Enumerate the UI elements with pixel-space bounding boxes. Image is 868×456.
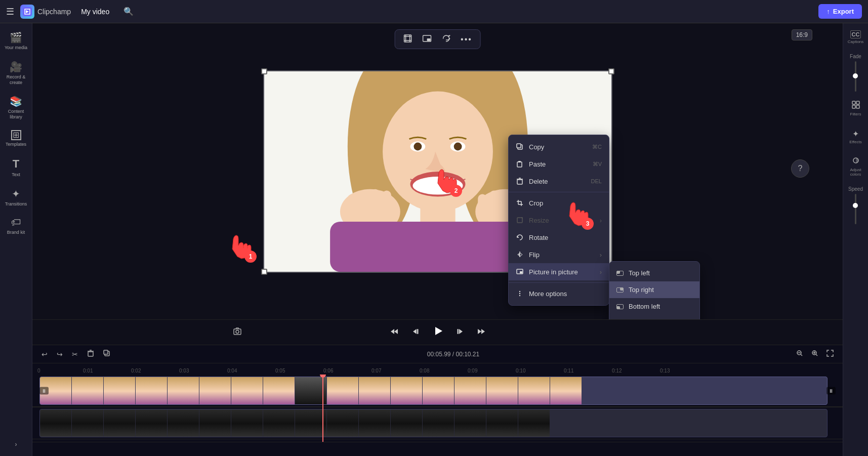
brand-kit-icon: 🏷 <box>11 217 21 228</box>
app-name: Clipchamp <box>37 8 71 16</box>
playback-controls <box>32 319 843 345</box>
context-menu-rotate[interactable]: Rotate <box>509 229 609 246</box>
sidebar-expand-btn[interactable]: › <box>11 437 21 452</box>
timeline-toolbar: ↩ ↪ ✂ 00:05.99 / 00:10.21 <box>32 345 843 363</box>
svg-rect-23 <box>347 194 356 219</box>
zoom-out-btn[interactable] <box>793 348 806 360</box>
svg-marker-55 <box>394 329 398 334</box>
svg-point-53 <box>236 330 239 333</box>
context-menu-crop[interactable]: Crop <box>509 194 609 212</box>
submenu-top-left[interactable]: Top left <box>609 265 699 281</box>
resize-handle-tr[interactable] <box>608 68 614 74</box>
templates-icon: ⊞ <box>11 130 21 140</box>
track1-end-btn[interactable]: ⏸ <box>826 387 836 394</box>
sidebar-item-record-create[interactable]: 🎥 Record &create <box>0 57 32 90</box>
resize-handle-bl[interactable] <box>261 269 267 275</box>
sidebar-item-your-media[interactable]: 🎬 Your media <box>0 27 32 55</box>
timeline-zoom-controls <box>793 348 837 360</box>
sidebar-item-content-library[interactable]: 📚 Contentlibrary <box>0 91 32 124</box>
transitions-icon: ✦ <box>12 188 20 200</box>
skip-fwd-btn[interactable] <box>474 324 489 341</box>
sidebar-item-templates[interactable]: ⊞ Templates <box>0 126 32 151</box>
context-menu-paste[interactable]: Paste ⌘V <box>509 155 609 173</box>
export-icon: ↑ <box>826 8 830 15</box>
rotate-icon <box>516 233 524 241</box>
timeline-track-1: ⏸ <box>32 375 843 407</box>
more-tool-btn[interactable]: ••• <box>457 32 476 47</box>
timeline-ruler: 0 0:01 0:02 0:03 0:04 0:05 0:06 0:07 0:0… <box>32 363 843 375</box>
context-menu-pip[interactable]: Picture in picture › Top left Top right <box>509 263 609 280</box>
context-menu-flip[interactable]: Flip › <box>509 246 609 263</box>
svg-marker-59 <box>459 329 463 334</box>
fit-btn[interactable] <box>823 348 837 360</box>
right-panel-adjust[interactable]: Adjustcolors <box>843 153 868 180</box>
pip-tool-btn[interactable] <box>418 32 435 47</box>
skip-back-btn[interactable] <box>387 324 402 341</box>
loop-tool-btn[interactable] <box>437 32 454 47</box>
hamburger-menu[interactable]: ☰ <box>6 6 14 17</box>
svg-marker-54 <box>391 329 394 334</box>
video-title-input[interactable]: My video <box>77 6 113 18</box>
cut-btn[interactable]: ✂ <box>69 348 81 360</box>
timeline-time-display: 00:05.99 / 00:10.21 <box>116 351 790 358</box>
hand-cursor-1: 1 <box>227 231 253 264</box>
right-panel-effects[interactable]: ✦ Effects <box>843 126 868 148</box>
help-button[interactable]: ? <box>791 159 809 178</box>
svg-point-48 <box>519 295 520 296</box>
more-options-icon <box>516 289 524 298</box>
play-btn[interactable] <box>429 322 446 342</box>
track1-pause-btn[interactable]: ⏸ <box>39 387 49 394</box>
playhead[interactable] <box>322 375 323 442</box>
ratio-badge[interactable]: 16:9 <box>792 29 812 40</box>
fade-slider-thumb[interactable] <box>853 73 858 78</box>
resize-handle-tl[interactable] <box>261 68 267 74</box>
speed-slider-thumb[interactable] <box>853 203 858 208</box>
fade-label: Fade <box>850 54 861 59</box>
svg-rect-63 <box>88 352 93 356</box>
submenu-bottom-right[interactable]: Bottom right <box>609 315 699 319</box>
sidebar-item-text[interactable]: T Text <box>0 153 32 182</box>
crop-tool-btn[interactable] <box>399 32 416 47</box>
context-menu-more[interactable]: More options <box>509 285 609 302</box>
center-panel: ••• 16:9 <box>32 23 843 456</box>
svg-rect-1 <box>404 35 411 42</box>
context-menu-copy[interactable]: Copy ⌘C <box>509 138 609 155</box>
bottom-left-icon <box>616 304 624 309</box>
svg-rect-27 <box>499 194 508 219</box>
rewind-btn[interactable] <box>408 324 423 341</box>
svg-rect-57 <box>417 329 419 334</box>
your-media-icon: 🎬 <box>10 31 22 44</box>
svg-rect-60 <box>457 329 459 334</box>
duplicate-btn[interactable] <box>100 348 113 360</box>
speed-label: Speed <box>848 186 863 192</box>
badge-1: 1 <box>244 251 257 263</box>
top-right-icon <box>616 287 624 293</box>
resize-icon <box>516 216 524 224</box>
track-clip-2-inner <box>40 409 827 437</box>
svg-marker-58 <box>435 327 442 335</box>
forward-btn[interactable] <box>452 324 468 341</box>
timeline-container: ↩ ↪ ✂ 00:05.99 / 00:10.21 <box>32 345 843 456</box>
fade-slider[interactable] <box>855 61 856 92</box>
submenu-bottom-left[interactable]: Bottom left <box>609 298 699 315</box>
screenshot-btn[interactable] <box>230 324 245 341</box>
right-panel-captions[interactable]: CC Captions <box>843 27 868 48</box>
more-dots-icon: ••• <box>461 35 472 44</box>
adjust-icon <box>852 156 860 167</box>
track-clip-2[interactable] <box>39 409 828 437</box>
sidebar-item-brand-kit[interactable]: 🏷 Brand kit <box>0 213 32 239</box>
speed-slider[interactable] <box>855 194 856 224</box>
redo-btn[interactable]: ↪ <box>54 348 66 360</box>
delete-clip-btn[interactable] <box>84 348 97 360</box>
track-clip-1[interactable] <box>39 377 828 405</box>
sidebar-item-transitions[interactable]: ✦ Transitions <box>0 184 32 211</box>
undo-btn[interactable]: ↩ <box>38 348 51 360</box>
timeline-bottom-bar <box>32 442 843 456</box>
export-button[interactable]: ↑ Export <box>818 4 862 19</box>
pip-submenu: Top left Top right Bottom left Bott <box>609 261 700 319</box>
zoom-in-btn[interactable] <box>808 348 821 360</box>
context-menu-divider-2 <box>509 282 609 283</box>
context-menu-delete[interactable]: Delete DEL <box>509 173 609 190</box>
right-panel-filters[interactable]: Filters <box>843 98 868 120</box>
submenu-top-right[interactable]: Top right <box>609 281 699 298</box>
